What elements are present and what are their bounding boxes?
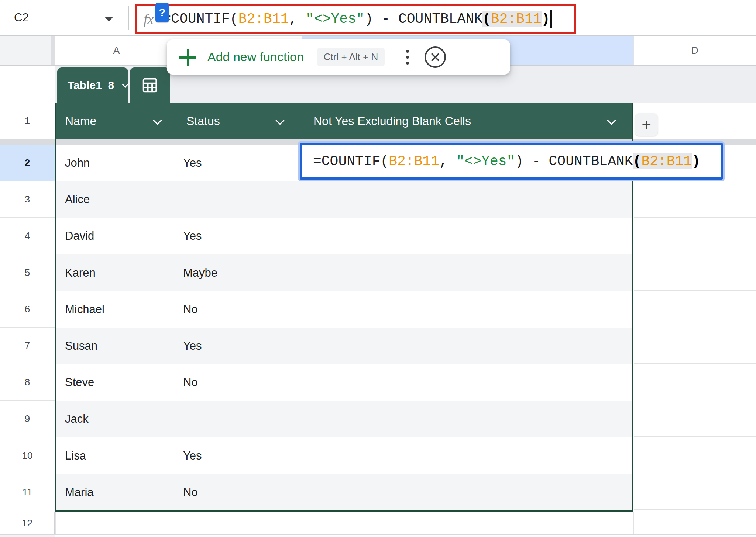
more-options-icon[interactable] bbox=[406, 50, 409, 65]
cell-name[interactable]: Jack bbox=[65, 412, 89, 426]
table-row[interactable]: LisaYes bbox=[55, 437, 633, 474]
plus-icon[interactable] bbox=[179, 49, 196, 66]
cell-name[interactable]: Steve bbox=[65, 376, 94, 389]
cell-status[interactable]: Yes bbox=[183, 229, 202, 243]
formula-token: B2:B11 bbox=[641, 153, 692, 169]
table-row[interactable]: SusanYes bbox=[55, 328, 633, 364]
formula-token: , bbox=[439, 153, 456, 169]
cell-name[interactable]: Alice bbox=[65, 193, 90, 206]
row-header-9[interactable]: 9 bbox=[0, 401, 55, 437]
gridline bbox=[302, 512, 302, 534]
keyboard-shortcut-badge: Ctrl + Alt + N bbox=[317, 48, 385, 66]
row-header-3[interactable]: 3 bbox=[0, 181, 55, 218]
google-sheets-screen: C2 fx ? =COUNTIF(B2:B11, "<>Yes") - COUN… bbox=[0, 0, 756, 537]
row-header-11[interactable]: 11 bbox=[0, 474, 55, 510]
formula-token: B2:B11 bbox=[238, 11, 289, 27]
add-function-label[interactable]: Add new function bbox=[207, 50, 304, 64]
table-name-label: Table1_8 bbox=[68, 79, 114, 91]
formula-token: ) bbox=[542, 11, 550, 27]
table-row[interactable]: Alice bbox=[55, 181, 633, 218]
cell-name[interactable]: Michael bbox=[65, 303, 104, 316]
name-filter-chevron-icon[interactable] bbox=[153, 116, 162, 125]
fx-icon: fx bbox=[144, 11, 154, 27]
table-row[interactable]: Jack bbox=[55, 401, 633, 437]
formula-input-highlighted[interactable]: fx ? =COUNTIF(B2:B11, "<>Yes") - COUNTBL… bbox=[135, 4, 576, 34]
table-row[interactable]: MichaelNo bbox=[55, 291, 633, 328]
notyes-filter-chevron-icon[interactable] bbox=[607, 116, 616, 125]
gridline bbox=[633, 512, 634, 534]
table-options-chip[interactable] bbox=[130, 67, 170, 103]
select-all-corner[interactable] bbox=[0, 36, 51, 65]
formula-token: ) - COUNTBLANK bbox=[365, 11, 482, 27]
formula-token: ) - COUNTBLANK bbox=[515, 153, 633, 169]
row-header-7[interactable]: 7 bbox=[0, 328, 55, 364]
name-box[interactable]: C2 bbox=[14, 11, 29, 24]
cell-name[interactable]: John bbox=[65, 156, 90, 170]
formula-token: , bbox=[289, 11, 306, 27]
formula-help-badge-icon[interactable]: ? bbox=[155, 3, 169, 22]
header-cell-notyes[interactable]: Not Yes Excluding Blank Cells bbox=[313, 103, 471, 139]
row-number: 1 bbox=[25, 115, 30, 127]
row-header-5[interactable]: 5 bbox=[0, 254, 55, 291]
row-header-1[interactable]: 1 bbox=[0, 103, 55, 139]
formula-token: ( bbox=[482, 11, 491, 27]
table-name-chip[interactable]: Table1_8 bbox=[57, 67, 128, 103]
cell-status[interactable]: No bbox=[183, 376, 198, 389]
text-cursor-icon bbox=[550, 10, 552, 28]
column-letter-d: D bbox=[691, 45, 698, 56]
empty-grid-area[interactable] bbox=[0, 512, 756, 537]
formula-bar-text[interactable]: =COUNTIF(B2:B11, "<>Yes") - COUNTBLANK(B… bbox=[162, 10, 552, 28]
cell-name[interactable]: Karen bbox=[65, 266, 96, 280]
row-header-2[interactable]: 2 bbox=[0, 145, 55, 181]
cell-name[interactable]: Maria bbox=[65, 486, 94, 499]
cell-status[interactable]: Yes bbox=[183, 339, 202, 353]
cell-formula-text[interactable]: =COUNTIF(B2:B11, "<>Yes") - COUNTBLANK(B… bbox=[313, 153, 700, 169]
cell-name[interactable]: Susan bbox=[65, 339, 97, 353]
column-header-a[interactable]: A bbox=[55, 36, 178, 65]
table-row[interactable]: KarenMaybe bbox=[55, 254, 633, 291]
formula-token: ( bbox=[633, 153, 642, 169]
column-letter-a: A bbox=[113, 45, 120, 56]
gridline bbox=[178, 512, 178, 534]
header-cell-status[interactable]: Status bbox=[186, 103, 220, 139]
column-d-cells[interactable] bbox=[634, 145, 756, 510]
formula-token: "<>Yes" bbox=[306, 11, 365, 27]
cell-status[interactable]: No bbox=[183, 486, 198, 499]
row-number: 12 bbox=[22, 517, 32, 529]
corner-edge bbox=[51, 36, 55, 65]
gridline bbox=[633, 36, 634, 65]
status-filter-chevron-icon[interactable] bbox=[275, 116, 284, 125]
row-header-6[interactable]: 6 bbox=[0, 291, 55, 328]
cell-status[interactable]: No bbox=[183, 303, 198, 316]
name-box-dropdown-icon[interactable] bbox=[104, 17, 113, 22]
formula-bar: C2 fx ? =COUNTIF(B2:B11, "<>Yes") - COUN… bbox=[0, 0, 756, 35]
formula-token: =COUNTIF( bbox=[313, 153, 389, 169]
column-header-d[interactable]: D bbox=[633, 36, 756, 65]
row-header-8[interactable]: 8 bbox=[0, 364, 55, 401]
formula-token: B2:B11 bbox=[389, 153, 439, 169]
cell-status[interactable]: Yes bbox=[183, 156, 202, 170]
cell-status[interactable]: Yes bbox=[183, 449, 202, 462]
row-header-4[interactable]: 4 bbox=[0, 218, 55, 254]
cell-editor-c2[interactable]: =COUNTIF(B2:B11, "<>Yes") - COUNTBLANK(B… bbox=[300, 143, 723, 180]
add-function-tooltip: Add new function Ctrl + Alt + N bbox=[167, 39, 510, 75]
formula-token: B2:B11 bbox=[491, 11, 542, 27]
row-header-10[interactable]: 10 bbox=[0, 437, 55, 474]
formula-bar-divider bbox=[128, 6, 129, 30]
gridline bbox=[0, 534, 756, 535]
add-column-button[interactable]: + bbox=[635, 113, 658, 136]
row-header-12[interactable]: 12 bbox=[0, 512, 55, 534]
header-cell-name[interactable]: Name bbox=[65, 103, 96, 139]
gridline bbox=[55, 512, 56, 534]
table-icon bbox=[140, 76, 159, 95]
cell-status[interactable]: Maybe bbox=[183, 266, 217, 280]
formula-token: ) bbox=[692, 153, 700, 169]
close-icon[interactable] bbox=[425, 46, 446, 68]
cell-name[interactable]: Lisa bbox=[65, 449, 86, 462]
table-row[interactable]: MariaNo bbox=[55, 474, 633, 510]
table-row[interactable]: DavidYes bbox=[55, 218, 633, 254]
row-header-13-sliver bbox=[0, 535, 55, 537]
cell-name[interactable]: David bbox=[65, 229, 94, 243]
table-border-left bbox=[55, 103, 56, 512]
table-row[interactable]: SteveNo bbox=[55, 364, 633, 401]
